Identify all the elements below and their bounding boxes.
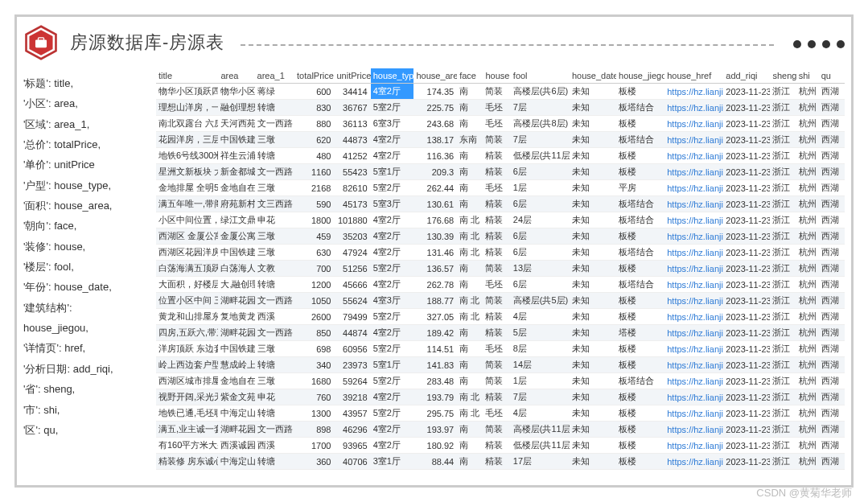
cell-sheng[interactable]: 浙江: [770, 293, 796, 309]
cell-qu[interactable]: 西湖: [819, 261, 845, 277]
cell-add_riqi[interactable]: 2023-11-23: [723, 341, 770, 357]
cell-totalPrice[interactable]: 2168: [294, 180, 334, 196]
cell-fool[interactable]: 14层: [511, 357, 570, 373]
cell-house_href[interactable]: https://hz.lianjia: [664, 277, 723, 293]
cell-house_href[interactable]: https://hz.lianjia: [664, 373, 723, 389]
cell-house_date[interactable]: 未知: [570, 277, 616, 293]
cell-totalPrice[interactable]: 1050: [294, 293, 334, 309]
cell-house_type[interactable]: 5室3厅: [371, 196, 414, 212]
cell-add_riqi[interactable]: 2023-11-23: [723, 180, 770, 196]
cell-house[interactable]: 精装: [483, 325, 510, 341]
cell-add_riqi[interactable]: 2023-11-23: [723, 454, 770, 470]
cell-house[interactable]: 毛坯: [483, 180, 510, 196]
cell-title[interactable]: 精装修 房东诚心出售 带院: [156, 454, 218, 470]
cell-fool[interactable]: 24层: [511, 212, 570, 228]
cell-face[interactable]: 南: [457, 454, 483, 470]
cell-house[interactable]: 简装: [483, 293, 510, 309]
cell-area_1[interactable]: 三墩: [255, 341, 294, 357]
cell-add_riqi[interactable]: 2023-11-23: [723, 357, 770, 373]
cell-title[interactable]: 西湖区城市排屋 上三下一 目: [156, 373, 218, 389]
cell-sheng[interactable]: 浙江: [770, 389, 796, 405]
cell-house_href[interactable]: https://hz.lianjia: [664, 180, 723, 196]
cell-house_href[interactable]: https://hz.lianjia: [664, 422, 723, 438]
cell-house_jiegou[interactable]: 板塔结合: [616, 100, 664, 116]
cell-area_1[interactable]: 三墩: [255, 470, 294, 473]
cell-house_jiegou[interactable]: 板楼: [616, 261, 664, 277]
cell-house_type[interactable]: 4室3厅: [371, 293, 414, 309]
cell-house_date[interactable]: 未知: [570, 293, 616, 309]
cell-house_area[interactable]: 116.36: [413, 148, 457, 164]
cell-area_1[interactable]: 西溪: [255, 438, 294, 454]
table-row[interactable]: 理想山洋房，一梯带负一楼融创理想山转塘830367675室2厅225.75南毛坯…: [156, 100, 845, 116]
cell-sheng[interactable]: 浙江: [770, 228, 796, 245]
cell-house_jiegou[interactable]: 板楼: [616, 341, 664, 357]
cell-face[interactable]: 南 北: [457, 293, 483, 309]
cell-shi[interactable]: 杭州: [796, 293, 819, 309]
cell-house_date[interactable]: 未知: [570, 389, 616, 405]
cell-add_riqi[interactable]: 2023-11-23: [723, 100, 770, 116]
cell-house_area[interactable]: 130.61: [413, 196, 457, 212]
cell-fool[interactable]: 6层: [511, 196, 570, 212]
cell-totalPrice[interactable]: 360: [294, 454, 334, 470]
cell-house_area[interactable]: 130.39: [413, 228, 457, 245]
cell-house[interactable]: 简装: [483, 357, 510, 373]
cell-house_href[interactable]: https://hz.lianjia: [664, 148, 723, 164]
col-house_jiegou[interactable]: house_jiegou: [616, 68, 664, 84]
cell-house_area[interactable]: 225.75: [413, 100, 457, 116]
cell-shi[interactable]: 杭州: [796, 196, 819, 212]
table-row[interactable]: 南北双露台 六房三卫 边套路天河西苑文一西路880361136室3厅243.68…: [156, 116, 845, 132]
cell-house_href[interactable]: https://hz.lianjia: [664, 454, 723, 470]
cell-fool[interactable]: 7层: [511, 132, 570, 148]
cell-area[interactable]: 中国铁建西湖: [218, 132, 254, 148]
cell-add_riqi[interactable]: 2023-11-23: [723, 422, 770, 438]
cell-house_type[interactable]: 6室3厅: [371, 116, 414, 132]
cell-sheng[interactable]: 浙江: [770, 84, 796, 100]
cell-title[interactable]: 地铁6号线300米,精装4房: [156, 148, 218, 164]
cell-fool[interactable]: 8层: [511, 341, 570, 357]
cell-totalPrice[interactable]: 459: [294, 228, 334, 245]
cell-totalPrice[interactable]: 880: [294, 116, 334, 132]
cell-house_date[interactable]: 未知: [570, 84, 616, 100]
col-shi[interactable]: shi: [796, 68, 819, 84]
cell-face[interactable]: 南: [457, 341, 483, 357]
cell-house_href[interactable]: https://hz.lianjia: [664, 100, 723, 116]
cell-area_1[interactable]: 三墩: [255, 180, 294, 196]
cell-house_date[interactable]: 未知: [570, 325, 616, 341]
cell-fool[interactable]: 高楼层(共5层): [511, 293, 570, 309]
cell-totalPrice[interactable]: 630: [294, 245, 334, 261]
cell-shi[interactable]: 杭州: [796, 470, 819, 473]
cell-house[interactable]: 简装: [483, 422, 510, 438]
cell-house_jiegou[interactable]: 板塔结合: [616, 277, 664, 293]
cell-sheng[interactable]: 浙江: [770, 470, 796, 473]
cell-house_href[interactable]: https://hz.lianjia: [664, 132, 723, 148]
cell-qu[interactable]: 西湖: [819, 470, 845, 473]
cell-title[interactable]: 地铁已通,毛坯联排别墅自: [156, 405, 218, 422]
cell-title[interactable]: 岭上西边套户型,中间好位: [156, 357, 218, 373]
cell-unitPrice[interactable]: 60956: [334, 341, 370, 357]
cell-fool[interactable]: 1层: [511, 180, 570, 196]
cell-house_area[interactable]: 180.92: [413, 438, 457, 454]
cell-sheng[interactable]: 浙江: [770, 357, 796, 373]
cell-area_1[interactable]: 西溪: [255, 309, 294, 325]
cell-title[interactable]: 理想山洋房，一梯带负一楼: [156, 100, 218, 116]
cell-house_type[interactable]: 4室2厅: [371, 470, 414, 473]
cell-shi[interactable]: 杭州: [796, 341, 819, 357]
cell-sheng[interactable]: 浙江: [770, 100, 796, 116]
cell-totalPrice[interactable]: 620: [294, 132, 334, 148]
cell-house_href[interactable]: https://hz.lianjia: [664, 261, 723, 277]
cell-title[interactable]: 满五年唯一,带阁楼和储藏室: [156, 196, 218, 212]
cell-house[interactable]: 精装: [483, 164, 510, 180]
cell-house_date[interactable]: 未知: [570, 454, 616, 470]
cell-house[interactable]: 精装: [483, 454, 510, 470]
cell-area[interactable]: 中国铁建西湖: [218, 341, 254, 357]
cell-area[interactable]: 白荡海人家: [218, 261, 254, 277]
table-row[interactable]: 地铁6号线300米,精装4房祥生云浦新语转塘480412524室2厅116.36…: [156, 148, 845, 164]
cell-house_date[interactable]: 未知: [570, 132, 616, 148]
cell-house_jiegou[interactable]: 板楼: [616, 389, 664, 405]
cell-house_type[interactable]: 5室1厅: [371, 357, 414, 373]
cell-title[interactable]: 黄龙和山排屋东边套中式样: [156, 309, 218, 325]
cell-face[interactable]: 东南: [457, 132, 483, 148]
cell-title[interactable]: 西湖区花园洋房，楼层高，: [156, 245, 218, 261]
cell-area[interactable]: 湖畔花园竹径: [218, 293, 254, 309]
cell-add_riqi[interactable]: 2023-11-23: [723, 325, 770, 341]
